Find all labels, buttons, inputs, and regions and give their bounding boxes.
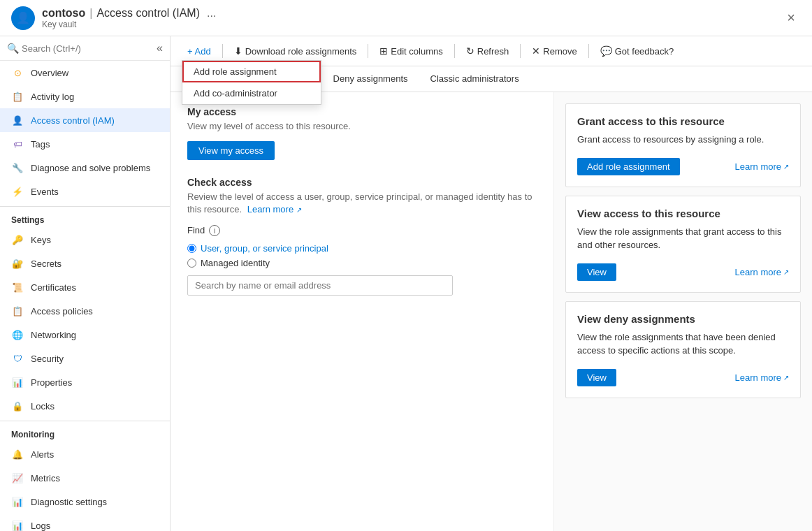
events-icon: ⚡ — [11, 185, 24, 198]
external-link-icon-1: ↗ — [296, 206, 302, 214]
content-left: My access View my level of access to thi… — [171, 92, 553, 531]
sidebar-item-alerts[interactable]: 🔔 Alerts — [0, 442, 170, 466]
monitoring-section-title: Monitoring — [0, 421, 170, 442]
view-access-card: View access to this resource View the ro… — [565, 196, 801, 293]
check-access-search[interactable] — [187, 275, 453, 296]
toolbar: + Add Add role assignment Add co-adminis… — [171, 36, 812, 66]
header-sep: | — [89, 7, 92, 20]
view-deny-button[interactable]: View — [577, 369, 616, 386]
sidebar-item-access-policies[interactable]: 📋 Access policies — [0, 299, 170, 323]
header-ellipsis[interactable]: ... — [207, 7, 216, 20]
view-deny-learn-more[interactable]: Learn more ↗ — [735, 372, 789, 383]
external-link-icon-4: ↗ — [783, 374, 789, 381]
toolbar-sep-4 — [520, 44, 521, 58]
content-right: Grant access to this resource Grant acce… — [553, 92, 812, 531]
sidebar-item-tags[interactable]: 🏷 Tags — [0, 132, 170, 156]
add-dropdown-menu: Add role assignment Add co-administrator — [182, 60, 321, 105]
check-access-desc: Review the level of access a user, group… — [187, 191, 537, 216]
tags-icon: 🏷 — [11, 138, 24, 150]
check-access-learn-more[interactable]: Learn more — [247, 204, 293, 214]
sidebar-item-overview[interactable]: ⊙ Overview — [0, 61, 170, 85]
view-access-learn-more[interactable]: Learn more ↗ — [735, 267, 789, 277]
find-label-row: Find i — [187, 225, 537, 236]
close-button[interactable]: × — [781, 7, 801, 29]
view-deny-title: View deny assignments — [577, 313, 789, 325]
edit-columns-button[interactable]: ⊞ Edit columns — [374, 42, 448, 60]
sidebar-item-locks[interactable]: 🔒 Locks — [0, 394, 170, 418]
tab-deny-assignments[interactable]: Deny assignments — [322, 66, 419, 92]
check-access-section: Check access Review the level of access … — [187, 177, 537, 295]
secrets-icon: 🔐 — [11, 257, 24, 270]
settings-section-title: Settings — [0, 206, 170, 228]
header-titles: contoso | Access control (IAM) ... Key v… — [42, 7, 216, 29]
sidebar-search-input[interactable] — [22, 43, 154, 54]
toolbar-sep-1 — [222, 44, 223, 58]
add-role-assignment-card-button[interactable]: Add role assignment — [577, 158, 680, 175]
diagnose-icon: 🔧 — [11, 161, 24, 174]
header-org: contoso — [42, 7, 85, 20]
my-access-section: My access View my level of access to thi… — [187, 106, 537, 160]
find-label: Find — [187, 225, 205, 235]
tab-classic-admins[interactable]: Classic administrators — [419, 66, 530, 92]
logs-icon: 📊 — [11, 519, 24, 531]
feedback-button[interactable]: 💬 Got feedback? — [595, 42, 680, 60]
metrics-icon: 📈 — [11, 472, 24, 484]
add-role-assignment-option[interactable]: Add role assignment — [182, 61, 321, 82]
activity-log-icon: 📋 — [11, 90, 24, 103]
toolbar-sep-3 — [454, 44, 455, 58]
sidebar-item-activity-log[interactable]: 📋 Activity log — [0, 85, 170, 108]
refresh-icon: ↻ — [466, 45, 474, 57]
remove-button[interactable]: ✕ Remove — [526, 42, 582, 60]
toolbar-sep-5 — [588, 44, 589, 58]
sidebar-item-diagnostic-settings[interactable]: 📊 Diagnostic settings — [0, 490, 170, 514]
feedback-icon: 💬 — [600, 45, 612, 57]
view-my-access-button[interactable]: View my access — [187, 141, 275, 160]
header-icon: 👤 — [11, 6, 35, 30]
view-deny-card: View deny assignments View the role assi… — [565, 301, 801, 398]
view-access-desc: View the role assignments that grant acc… — [577, 225, 789, 252]
add-dropdown-wrapper: + Add Add role assignment Add co-adminis… — [182, 43, 217, 60]
toolbar-sep-2 — [368, 44, 368, 58]
grant-access-card: Grant access to this resource Grant acce… — [565, 103, 801, 187]
view-access-button[interactable]: View — [577, 263, 616, 281]
view-access-title: View access to this resource — [577, 208, 789, 219]
properties-icon: 📊 — [11, 376, 24, 388]
add-button[interactable]: + Add — [182, 43, 217, 60]
header-subtitle: Key vault — [42, 20, 216, 29]
radio-user-group[interactable]: User, group, or service principal — [187, 243, 537, 254]
certificates-icon: 📜 — [11, 281, 24, 293]
sidebar-item-metrics[interactable]: 📈 Metrics — [0, 466, 170, 490]
radio-managed-identity[interactable]: Managed identity — [187, 258, 537, 268]
sidebar-item-access-control[interactable]: 👤 Access control (IAM) — [0, 108, 170, 132]
my-access-title: My access — [187, 106, 537, 117]
download-button[interactable]: ⬇ Download role assignments — [229, 42, 363, 60]
sidebar-item-certificates[interactable]: 📜 Certificates — [0, 275, 170, 299]
sidebar-item-keys[interactable]: 🔑 Keys — [0, 228, 170, 252]
check-access-title: Check access — [187, 177, 537, 188]
networking-icon: 🌐 — [11, 328, 24, 341]
grant-access-learn-more[interactable]: Learn more ↗ — [735, 161, 789, 172]
sidebar-item-secrets[interactable]: 🔐 Secrets — [0, 252, 170, 275]
sidebar-item-events[interactable]: ⚡ Events — [0, 180, 170, 203]
collapse-icon[interactable]: « — [157, 42, 163, 54]
sidebar-item-logs[interactable]: 📊 Logs — [0, 514, 170, 531]
sidebar-item-networking[interactable]: 🌐 Networking — [0, 323, 170, 347]
sidebar-item-security[interactable]: 🛡 Security — [0, 347, 170, 370]
find-info-icon: i — [209, 225, 220, 236]
external-link-icon-2: ↗ — [783, 163, 789, 170]
grant-access-title: Grant access to this resource — [577, 115, 789, 127]
header-page-title: Access control (IAM) — [96, 7, 200, 20]
add-co-admin-option[interactable]: Add co-administrator — [182, 82, 321, 104]
keys-icon: 🔑 — [11, 233, 24, 246]
search-icon: 🔍 — [7, 43, 19, 54]
overview-icon: ⊙ — [11, 66, 24, 79]
sidebar-item-diagnose[interactable]: 🔧 Diagnose and solve problems — [0, 156, 170, 180]
sidebar-item-properties[interactable]: 📊 Properties — [0, 370, 170, 394]
content-area: + Add Add role assignment Add co-adminis… — [171, 36, 812, 531]
content-body: My access View my level of access to thi… — [171, 92, 812, 531]
refresh-button[interactable]: ↻ Refresh — [461, 42, 515, 60]
security-icon: 🛡 — [11, 352, 24, 365]
radio-group: User, group, or service principal Manage… — [187, 243, 537, 268]
alerts-icon: 🔔 — [11, 448, 24, 460]
locks-icon: 🔒 — [11, 400, 24, 412]
